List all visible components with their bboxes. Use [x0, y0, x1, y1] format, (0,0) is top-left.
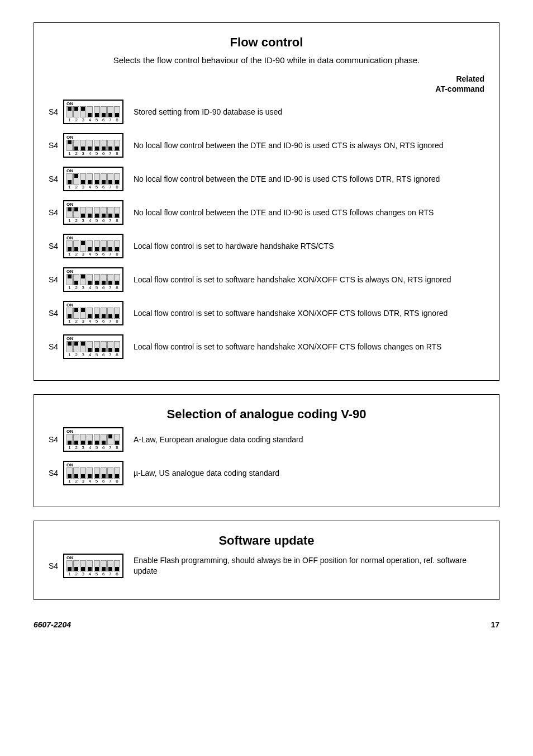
dip-switch-position — [80, 240, 86, 252]
switch-bank-label: S4 — [49, 309, 63, 318]
dip-switch-position — [73, 341, 79, 352]
dip-switch-position — [94, 140, 100, 151]
dip-switch-position — [66, 341, 73, 352]
dip-switch-position — [94, 240, 100, 252]
dip-switch-position — [101, 560, 107, 571]
dip-switch-position — [107, 274, 113, 285]
dip-switch-position — [94, 434, 100, 445]
dip-switch-position — [87, 173, 93, 185]
switch-bank-label: S4 — [49, 141, 63, 150]
dip-switch-position — [101, 207, 107, 218]
dip-switch-position — [101, 434, 107, 445]
dip-switch-position — [94, 106, 100, 117]
dip-switch: ON12345678 — [63, 234, 123, 258]
dip-switch-position — [66, 434, 73, 445]
dip-switch-position — [107, 308, 113, 319]
dip-switch-position — [80, 434, 86, 445]
sw-rows: S4ON12345678Enable Flash programming, sh… — [49, 554, 484, 578]
dip-switch-position — [87, 274, 93, 285]
config-row: S4ON12345678Local flow control is set to… — [49, 301, 484, 325]
dip-switch-position — [87, 240, 93, 252]
dip-switch-position — [107, 560, 113, 571]
dip-switch-position — [94, 341, 100, 352]
dip-switch: ON12345678 — [63, 461, 123, 485]
switch-bank-label: S4 — [49, 275, 63, 284]
dip-switch-position — [94, 207, 100, 218]
config-row: S4ON12345678Enable Flash programming, sh… — [49, 554, 484, 578]
dip-switch-position — [94, 173, 100, 185]
dip-switch-position — [107, 467, 113, 479]
config-description: No local flow control between the DTE an… — [123, 140, 484, 151]
page-footer: 6607-2204 17 — [34, 620, 499, 629]
dip-switch-position — [80, 274, 86, 285]
config-row: S4ON12345678No local flow control betwee… — [49, 167, 484, 191]
dip-on-label: ON — [66, 429, 120, 434]
dip-switch-position — [73, 173, 79, 185]
dip-switch-position — [80, 140, 86, 151]
switch-bank-label: S4 — [49, 242, 63, 251]
dip-switch-position — [80, 560, 86, 571]
dip-switch-position — [66, 308, 73, 319]
dip-switch-position — [66, 560, 73, 571]
config-row: S4ON12345678Local flow control is set to… — [49, 267, 484, 292]
switch-bank-label: S4 — [49, 561, 63, 570]
dip-switch-position — [114, 434, 120, 445]
dip-on-label: ON — [66, 270, 120, 274]
flow-control-panel: Flow control Selects the flow control be… — [34, 22, 499, 381]
dip-switch-position — [87, 341, 93, 352]
dip-switch-position — [87, 434, 93, 445]
dip-switch-position — [66, 173, 73, 185]
dip-switch-position — [80, 467, 86, 479]
v90-panel: Selection of analogue coding V-90 S4ON12… — [34, 394, 499, 507]
dip-switch-position — [87, 207, 93, 218]
dip-switch-position — [73, 434, 79, 445]
dip-switch-position — [66, 106, 73, 117]
dip-on-label: ON — [66, 556, 120, 560]
dip-switch-position — [87, 140, 93, 151]
dip-switch-position — [94, 274, 100, 285]
dip-switch-position — [101, 341, 107, 352]
dip-switch-position — [87, 106, 93, 117]
dip-switch-position — [87, 560, 93, 571]
panel-intro: Selects the flow control behaviour of th… — [49, 55, 484, 65]
dip-switch: ON12345678 — [63, 167, 123, 191]
dip-switch-position — [80, 308, 86, 319]
config-row: S4ON12345678µ-Law, US analogue data codi… — [49, 461, 484, 485]
dip-switch-position — [114, 240, 120, 252]
config-description: µ-Law, US analogue data coding standard — [123, 468, 484, 479]
dip-switch-position — [73, 240, 79, 252]
dip-switch-position — [101, 467, 107, 479]
dip-switch-position — [107, 240, 113, 252]
dip-on-label: ON — [66, 202, 120, 207]
dip-switch-position — [107, 341, 113, 352]
dip-switch: ON12345678 — [63, 100, 123, 124]
switch-bank-label: S4 — [49, 469, 63, 478]
dip-on-label: ON — [66, 303, 120, 308]
dip-switch-position — [114, 274, 120, 285]
dip-switch-position — [80, 173, 86, 185]
switch-bank-label: S4 — [49, 174, 63, 183]
config-description: Local flow control is set to software ha… — [123, 308, 484, 319]
dip-switch-position — [114, 173, 120, 185]
dip-on-label: ON — [66, 337, 120, 341]
config-description: A-Law, European analogue data coding sta… — [123, 434, 484, 445]
software-update-panel: Software update S4ON12345678Enable Flash… — [34, 521, 499, 600]
dip-switch-position — [66, 274, 73, 285]
page-number: 17 — [491, 620, 499, 629]
dip-switch-position — [114, 560, 120, 571]
dip-switch-position — [66, 207, 73, 218]
dip-switch-position — [73, 467, 79, 479]
config-row: S4ON12345678No local flow control betwee… — [49, 133, 484, 158]
dip-switch-position — [107, 434, 113, 445]
dip-switch-position — [73, 106, 79, 117]
dip-switch-position — [101, 140, 107, 151]
dip-on-label: ON — [66, 135, 120, 140]
dip-switch-position — [94, 308, 100, 319]
dip-switch-position — [66, 240, 73, 252]
dip-switch-position — [114, 140, 120, 151]
dip-switch-position — [107, 207, 113, 218]
dip-switch-position — [101, 240, 107, 252]
dip-switch-position — [114, 341, 120, 352]
switch-bank-label: S4 — [49, 435, 63, 444]
related-label: Related AT-command — [49, 74, 484, 94]
